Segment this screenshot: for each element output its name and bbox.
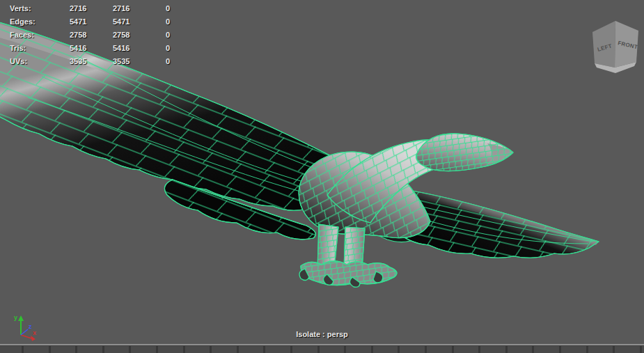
hud-value: 0 (166, 15, 194, 29)
hud-label: Tris: (10, 42, 70, 55)
hud-label: Verts: (10, 2, 70, 15)
hud-label: UVs: (10, 55, 70, 68)
eagle-head[interactable] (416, 134, 513, 171)
hud-value: 5416 (113, 42, 166, 55)
time-slider[interactable] (0, 345, 644, 353)
hud-value: 3535 (70, 55, 113, 68)
hud-value: 0 (166, 29, 194, 42)
z-axis-label: z (29, 323, 32, 330)
view-cube[interactable]: LEFT FRONT (592, 21, 638, 73)
hud-value: 2758 (70, 29, 113, 42)
y-axis-arrow-icon (18, 315, 24, 321)
hud-value: 5471 (113, 15, 166, 29)
eagle-talons[interactable] (299, 261, 397, 287)
hud-label: Edges: (10, 15, 70, 29)
hud-value: 0 (166, 55, 194, 68)
hud-value: 3535 (113, 55, 166, 68)
hud-value: 0 (166, 42, 194, 55)
y-axis-label: y (14, 314, 17, 321)
poly-count-hud: Verts: 2716 2716 0 Edges: 5471 5471 0 Fa… (0, 2, 194, 68)
hud-value: 0 (166, 2, 194, 15)
hud-label: Faces: (10, 29, 70, 42)
hud-value: 2716 (70, 2, 113, 15)
viewport-3d[interactable]: LEFT FRONT y x z Verts: 2716 2716 0 Edge… (0, 0, 644, 353)
hud-value: 2758 (113, 29, 166, 42)
hud-value: 5471 (70, 15, 113, 29)
hud-value: 5416 (70, 42, 113, 55)
hud-value: 2716 (113, 2, 166, 15)
isolate-status-label: Isolate : persp (0, 330, 644, 338)
